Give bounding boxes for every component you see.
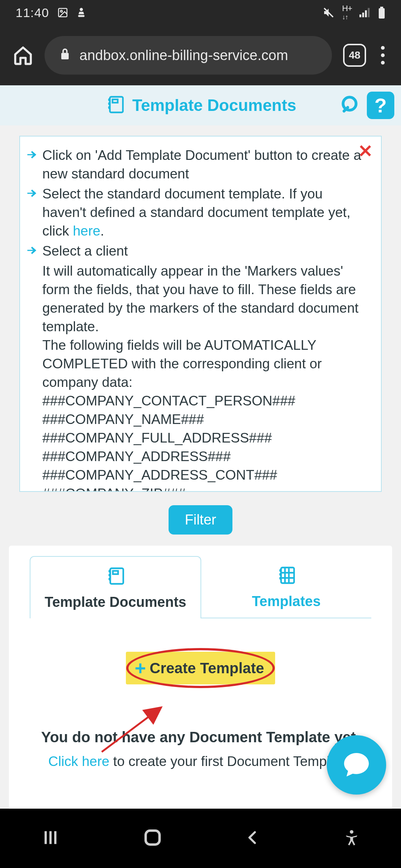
templates-icon xyxy=(276,565,297,589)
android-status-bar: 11:40 H+↓↑ xyxy=(0,0,401,25)
svg-point-2 xyxy=(80,8,83,11)
marker-list: ###COMPANY_CONTACT_PERSON######COMPANY_N… xyxy=(25,392,370,492)
svg-rect-6 xyxy=(362,13,364,17)
template-doc-icon xyxy=(105,566,126,590)
svg-rect-3 xyxy=(78,15,85,17)
here-link[interactable]: here xyxy=(73,223,100,239)
empty-headline: You do not have any Document Template ye… xyxy=(24,729,377,746)
tab-count: 48 xyxy=(349,49,360,61)
arrow-right-icon xyxy=(25,244,39,258)
tabs-button[interactable]: 48 xyxy=(343,44,366,67)
instruction-text: Select a client xyxy=(42,242,128,260)
create-template-button[interactable]: + Create Template xyxy=(126,652,276,684)
svg-rect-10 xyxy=(379,8,385,19)
lock-icon xyxy=(59,47,71,64)
click-here-link[interactable]: Click here xyxy=(48,754,110,769)
overflow-menu-icon[interactable] xyxy=(377,46,388,65)
svg-point-1 xyxy=(61,10,62,12)
instruction-text: Select the standard document template. I… xyxy=(42,185,370,240)
accessibility-button[interactable] xyxy=(343,829,360,848)
svg-rect-8 xyxy=(368,8,370,17)
android-nav-bar xyxy=(0,809,401,868)
browser-toolbar: andbox.online-billing-service.com 48 xyxy=(0,25,401,85)
svg-rect-27 xyxy=(146,831,159,844)
create-template-label: Create Template xyxy=(150,660,264,677)
help-label: ? xyxy=(375,94,387,117)
tab-label: Template Documents xyxy=(45,594,186,610)
arrow-right-icon xyxy=(25,148,39,162)
chat-fab[interactable] xyxy=(327,735,386,795)
svg-rect-11 xyxy=(61,53,69,59)
tab-bar: Template Documents Templates xyxy=(9,546,392,618)
page-title: Template Documents xyxy=(132,96,296,115)
plus-icon: + xyxy=(135,658,146,678)
help-button[interactable]: ? xyxy=(367,92,394,119)
template-doc-icon xyxy=(105,94,125,116)
instructions-panel: ✕ Click on 'Add Template Document' butto… xyxy=(19,136,382,492)
filter-button[interactable]: Filter xyxy=(169,505,232,535)
signal-icon xyxy=(359,8,371,17)
mute-icon xyxy=(323,7,335,19)
status-clock: 11:40 xyxy=(16,6,49,20)
close-icon[interactable]: ✕ xyxy=(358,142,373,160)
search-icon[interactable] xyxy=(339,93,362,117)
chat-icon xyxy=(342,749,371,780)
back-button[interactable] xyxy=(245,829,261,847)
tab-label: Templates xyxy=(252,594,320,609)
empty-hint-rest: to create your first Document Template. xyxy=(110,754,353,769)
empty-hint: Click here to create your first Document… xyxy=(24,754,377,769)
arrow-right-icon xyxy=(25,187,39,201)
svg-rect-7 xyxy=(365,10,367,17)
image-icon xyxy=(57,7,68,18)
url-bar[interactable]: andbox.online-billing-service.com xyxy=(45,36,332,75)
svg-rect-13 xyxy=(113,99,118,103)
home-icon[interactable] xyxy=(13,45,33,66)
create-template-area: + Create Template xyxy=(9,652,392,684)
svg-point-28 xyxy=(350,830,353,834)
home-button[interactable] xyxy=(142,827,163,849)
instruction-details: It will automatically appear in the 'Mar… xyxy=(25,262,370,392)
svg-rect-17 xyxy=(113,571,118,574)
url-text: andbox.online-billing-service.com xyxy=(79,47,288,63)
templates-card: Template Documents Templates + Create Te… xyxy=(9,546,392,835)
svg-rect-9 xyxy=(380,7,383,8)
battery-icon xyxy=(378,7,385,19)
pawn-icon xyxy=(76,7,86,18)
svg-rect-5 xyxy=(359,14,361,17)
data-hplus-icon: H+↓↑ xyxy=(342,4,352,21)
app-header: Template Documents ? xyxy=(0,85,401,125)
svg-rect-18 xyxy=(281,568,294,583)
tab-templates[interactable]: Templates xyxy=(201,556,371,618)
recents-button[interactable] xyxy=(41,828,60,849)
tab-template-documents[interactable]: Template Documents xyxy=(30,556,201,618)
instruction-text: Click on 'Add Template Document' button … xyxy=(42,146,370,183)
